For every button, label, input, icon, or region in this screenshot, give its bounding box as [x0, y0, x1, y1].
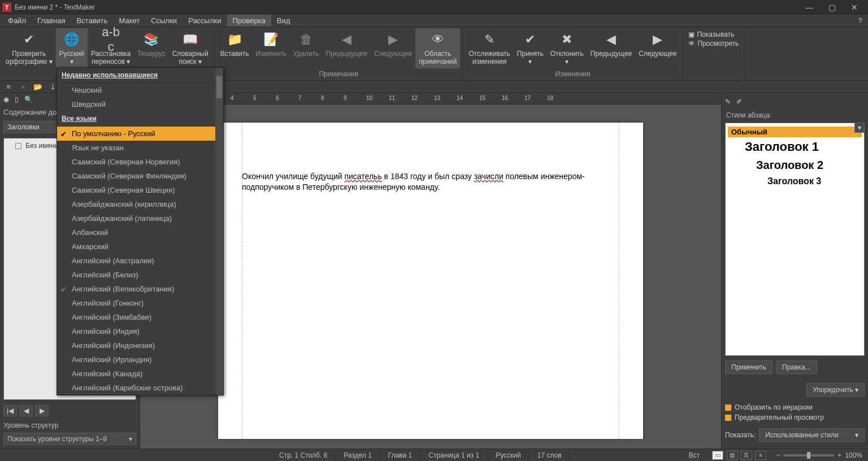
- prev-button[interactable]: ◀Предыдущее: [323, 28, 371, 60]
- scrollbar[interactable]: [215, 68, 223, 395]
- language-menu-item[interactable]: Азербайджанский (латиница): [57, 211, 223, 225]
- edit-style-button[interactable]: Правка...: [776, 360, 817, 374]
- paragraph[interactable]: Окончил училище будущий писательь в 1843…: [242, 171, 619, 193]
- maximize-button[interactable]: ▢: [821, 0, 843, 15]
- status-wordcount[interactable]: 17 слов: [530, 451, 570, 459]
- language-menu-item[interactable]: Английский (Великобритания)✔: [57, 282, 223, 296]
- outline-compass-icon[interactable]: ◉: [3, 95, 9, 103]
- style-heading3[interactable]: Заголовок 3: [728, 174, 862, 189]
- area-button[interactable]: 👁Областьпримечаний: [415, 28, 460, 68]
- ruler[interactable]: 123456789101112131415161718: [140, 93, 721, 105]
- insert-button[interactable]: 📁Вставить: [217, 28, 253, 60]
- next-button[interactable]: ▶Следующее: [371, 28, 415, 60]
- apply-style-button[interactable]: Применить: [725, 360, 772, 374]
- dictionary-button[interactable]: 📖Словарныйпоиск ▾: [169, 28, 212, 68]
- outline-level-combo[interactable]: Показать уровни структуры 1–9▾: [3, 433, 136, 445]
- hierarchy-checkbox[interactable]: Отобразить по иерархии: [725, 402, 865, 412]
- style-heading2[interactable]: Заголовок 2: [728, 156, 862, 174]
- language-menu-item[interactable]: Саамский (Северная Швеция): [57, 183, 223, 197]
- styles-list[interactable]: ▾ Обычный Заголовок 1 Заголовок 2 Заголо…: [725, 123, 865, 356]
- zoom-in-button[interactable]: +: [837, 451, 841, 459]
- page[interactable]: Окончил училище будущий писательь в 1843…: [218, 123, 643, 439]
- language-menu-item[interactable]: Албанский: [57, 225, 223, 240]
- spell-error[interactable]: зачисли: [474, 172, 504, 181]
- language-menu[interactable]: Недавно использовавшиесяЧешскийШведскийВ…: [57, 67, 224, 395]
- language-menu-item[interactable]: Английский (Белиз): [57, 268, 223, 282]
- language-menu-item[interactable]: Саамский (Северная Финляндия): [57, 169, 223, 183]
- language-menu-item[interactable]: По умолчанию - Русский✔: [57, 127, 223, 141]
- language-menu-item[interactable]: Азербайджанский (кириллица): [57, 197, 223, 211]
- language-menu-item[interactable]: Шведский: [57, 97, 223, 111]
- status-language[interactable]: Русский: [488, 451, 530, 459]
- view-mode-master[interactable]: ▥: [727, 451, 738, 460]
- edit-button[interactable]: 📝Изменить: [253, 28, 290, 60]
- view-mode-normal[interactable]: ▭: [712, 451, 723, 460]
- status-page[interactable]: Страница 1 из 1: [420, 451, 488, 459]
- language-menu-item[interactable]: Английский (Зимбабве): [57, 310, 223, 324]
- menu-view[interactable]: Вид: [271, 15, 296, 27]
- track-icon: ✎: [480, 31, 498, 49]
- menu-review[interactable]: Проверка: [227, 15, 271, 27]
- styles-para-icon[interactable]: ✎: [725, 98, 731, 106]
- show-styles-combo[interactable]: Использованные стили▾: [759, 428, 865, 442]
- language-menu-item[interactable]: Саамский (Северная Норвегия): [57, 155, 223, 169]
- review-button[interactable]: 👁Просмотреть: [688, 40, 739, 47]
- styles-dropdown-icon[interactable]: ▾: [854, 123, 865, 133]
- qat-open-icon[interactable]: 📂: [33, 82, 43, 92]
- view-mode-outline[interactable]: ☰: [741, 451, 752, 460]
- outline-prev-button[interactable]: ◀: [19, 405, 33, 416]
- styles-char-icon[interactable]: ✐: [736, 98, 742, 106]
- close-button[interactable]: ✕: [843, 0, 866, 15]
- minimize-button[interactable]: —: [798, 0, 821, 15]
- show-button[interactable]: ▣Показывать: [688, 31, 739, 38]
- ribbon-group-label: Изменения: [465, 69, 680, 80]
- reject-button[interactable]: ✖Отклонить▾: [547, 28, 587, 68]
- menu-home[interactable]: Главная: [32, 15, 71, 27]
- delete-button[interactable]: 🗑Удалить: [290, 28, 323, 60]
- menu-links[interactable]: Ссылки: [145, 15, 183, 27]
- cprev-button[interactable]: ◀Предыдущее: [587, 28, 635, 60]
- zoom-value[interactable]: 100%: [845, 451, 862, 459]
- status-insert-mode[interactable]: Вст: [681, 451, 709, 459]
- zoom-slider[interactable]: [783, 454, 834, 456]
- tree-checkbox-icon[interactable]: [15, 143, 21, 149]
- track-button[interactable]: ✎Отслеживатьизменения: [465, 28, 513, 68]
- menu-mail[interactable]: Рассылки: [183, 15, 227, 27]
- language-menu-item[interactable]: Чешский: [57, 83, 223, 97]
- outline-first-button[interactable]: |◀: [3, 405, 17, 416]
- outline-page-icon[interactable]: ▯: [15, 95, 19, 103]
- qat-menu-icon[interactable]: ≡: [3, 82, 14, 92]
- language-menu-item[interactable]: Английский (Гонконг): [57, 296, 223, 310]
- outline-search-icon[interactable]: 🔍: [24, 95, 33, 103]
- language-menu-item[interactable]: Английский (Индонезия): [57, 338, 223, 353]
- page-area[interactable]: Окончил училище будущий писательь в 1843…: [140, 105, 721, 449]
- language-menu-item[interactable]: Английский (Канада): [57, 367, 223, 381]
- qat-new-icon[interactable]: ▫: [18, 82, 28, 92]
- cnext-button[interactable]: ▶Следующее: [635, 28, 680, 60]
- check-spelling-icon: ✔: [20, 31, 38, 49]
- spell-error[interactable]: писательь: [344, 172, 381, 181]
- style-heading1[interactable]: Заголовок 1: [728, 137, 862, 156]
- style-normal[interactable]: Обычный: [728, 127, 862, 137]
- accept-button[interactable]: ✔Принять▾: [514, 28, 547, 68]
- language-menu-item[interactable]: Английский (Австралия): [57, 254, 223, 268]
- preview-checkbox[interactable]: Предварительный просмотр: [725, 412, 865, 423]
- status-chapter[interactable]: Глава 1: [380, 451, 420, 459]
- hyphen-button[interactable]: a-b cРасстановкапереносов ▾: [88, 28, 134, 68]
- status-section[interactable]: Раздел 1: [336, 451, 380, 459]
- language-menu-item[interactable]: Английский (Индия): [57, 324, 223, 338]
- outline-next-button[interactable]: ▶: [35, 405, 49, 416]
- thesaurus-button[interactable]: 📚Тезаурус: [134, 28, 168, 60]
- help-button[interactable]: ?: [852, 15, 868, 27]
- check-spelling-button[interactable]: ✔Проверитьорфографию ▾: [2, 28, 56, 68]
- language-menu-item[interactable]: Английский (Карибские острова): [57, 381, 223, 395]
- zoom-out-button[interactable]: −: [776, 451, 780, 459]
- menu-file[interactable]: Файл: [2, 15, 32, 27]
- organize-button[interactable]: Упорядочить ▾: [806, 383, 865, 397]
- language-button[interactable]: 🌐Русский▾: [56, 28, 88, 68]
- view-mode-web[interactable]: ≡: [755, 451, 766, 460]
- language-menu-item[interactable]: Язык не указан: [57, 141, 223, 155]
- status-position[interactable]: Стр. 1 Столб. 8: [271, 451, 336, 459]
- language-menu-item[interactable]: Амхарский: [57, 240, 223, 254]
- language-menu-item[interactable]: Английский (Ирландия): [57, 353, 223, 367]
